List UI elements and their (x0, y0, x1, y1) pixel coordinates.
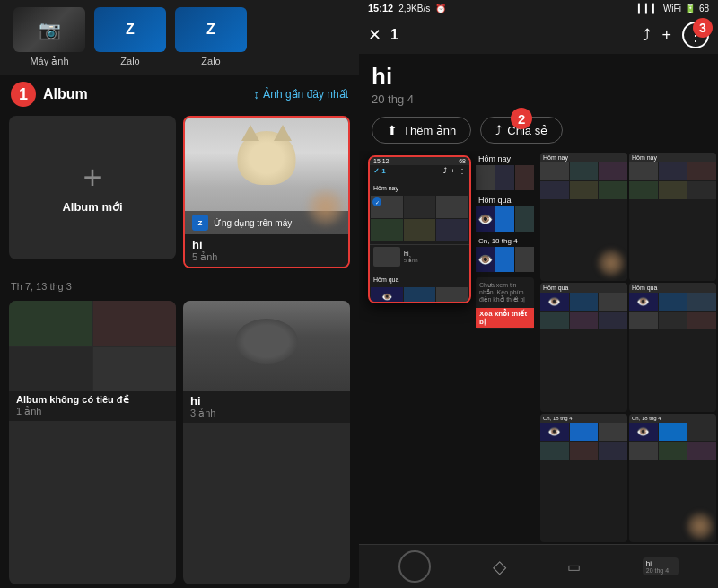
mini-album-row: hi 5 ảnh (370, 244, 469, 268)
app-thumb-zalo2: Z (175, 7, 247, 52)
nav-album-name: hi (646, 559, 675, 567)
chat-content: Chưa xem tin nhắn. Kéo phím điện khởi th… (476, 279, 534, 306)
yesterday-photo-2[interactable] (495, 206, 514, 232)
hi-album-2-info: hi 3 ảnh (183, 391, 350, 423)
mini-battery: 68 (459, 158, 466, 164)
nav-album-date: 20 thg 4 (646, 567, 675, 574)
finger-blur-1 (598, 250, 625, 276)
sc-cell-4 (540, 181, 569, 199)
sc3-cell-4 (540, 312, 569, 329)
photos-area: 15:12 68 ✓ 1 ⤴ + ⋮ Hôm nay ✓ (359, 151, 718, 544)
selection-count: 1 (390, 27, 398, 43)
album-detail-header: ✕ 1 ⤴ + ⋮ 3 (359, 16, 718, 54)
cn18-photo-2[interactable] (495, 247, 514, 272)
mini-time: 15:12 (373, 158, 390, 164)
today-section-header: Hôm nay (476, 153, 534, 165)
mini-photo-8 (436, 287, 468, 303)
overlay-app-icon: Z (192, 215, 208, 231)
cn18-photos: 👁️ (476, 247, 534, 272)
mini-add: + (451, 167, 455, 175)
sc-cell-2 (570, 162, 599, 180)
mini-yesterday-label: Hôm qua (373, 276, 398, 283)
cn18-photo-3[interactable] (515, 247, 534, 272)
mini-photo-6 (436, 219, 468, 241)
app-item-zalo2[interactable]: Z Zalo (171, 7, 251, 67)
sc-yesterday-1: Hôm qua 👁️ (540, 283, 627, 411)
more-button[interactable]: ⋮ 3 (682, 22, 709, 48)
sc-cn18-2: Cn, 18 thg 4 👁️ (629, 414, 716, 542)
sc4-cell-5 (659, 312, 687, 329)
yesterday-photo-3[interactable] (515, 206, 534, 232)
mini-photo-4 (371, 219, 403, 241)
nav-home-icon[interactable]: ◇ (493, 556, 506, 577)
hi-album-2-thumb (183, 301, 350, 391)
bottom-album-unnamed[interactable]: Album không có tiêu đề 1 ảnh (9, 301, 176, 584)
yesterday-photo-1[interactable]: 👁️ (476, 206, 495, 232)
app-thumb-camera: 📷 (13, 7, 85, 52)
add-photo-button[interactable]: ⬆ Thêm ảnh (372, 117, 471, 144)
new-album-card[interactable]: + Album mới (9, 116, 176, 259)
nav-back-button[interactable] (398, 550, 431, 583)
collage-cell-4 (93, 347, 177, 391)
status-icons: ▎▎▎ WiFi 🔋 68 (638, 4, 709, 13)
sc6-cell-6 (687, 442, 716, 460)
sc3-cell-3 (599, 293, 627, 311)
today-photo-1[interactable] (476, 165, 495, 190)
delete-btn[interactable]: Xóa khỏi thiết bị (476, 308, 534, 328)
mini-today-label: Hôm nay (373, 185, 398, 191)
sc2-cell-2 (659, 162, 687, 180)
sort-button[interactable]: ↕ Ảnh gần đây nhất (253, 87, 348, 101)
sc-grid-5: 👁️ (540, 423, 627, 460)
sc-cell-3 (599, 162, 627, 180)
sc4-cell-2 (659, 293, 687, 311)
mini-photo-selected: ✓ (371, 196, 403, 218)
cn18-photo-1[interactable]: 👁️ (476, 247, 495, 272)
today-photo-3[interactable] (515, 165, 534, 190)
app-item-camera[interactable]: 📷 Máy ảnh (9, 7, 90, 67)
close-button[interactable]: ✕ (368, 25, 381, 45)
sc-grid-4: 👁️ (629, 293, 716, 329)
today-photos (476, 165, 534, 190)
sc6-cell-4 (629, 442, 658, 460)
new-album-name: Album mới (62, 200, 122, 214)
sc5-cell-5 (570, 442, 599, 460)
nav-recents-icon[interactable]: ▭ (567, 558, 581, 575)
badge-3: 3 (693, 18, 713, 38)
sc3-cell-5 (570, 312, 599, 329)
nav-info: hi 20 thg 4 (643, 557, 679, 575)
yesterday-section-header: Hôm qua (476, 194, 534, 206)
finger-blur (308, 189, 344, 225)
battery-level: 68 (699, 4, 709, 13)
sc2-cell-3 (687, 162, 716, 180)
add-header-icon[interactable]: + (661, 26, 671, 45)
unnamed-album-count: 1 ảnh (16, 406, 169, 417)
mini-selected-check: ✓ (372, 197, 381, 206)
sc-grid-3: 👁️ (540, 293, 627, 329)
hi-album-info: hi 5 ảnh (185, 234, 348, 267)
share-header-icon[interactable]: ⤴ (643, 26, 651, 45)
bottom-album-hi[interactable]: hi 3 ảnh (183, 301, 350, 584)
sc5-cell-3 (599, 423, 627, 441)
unnamed-album-info: Album không có tiêu đề 1 ảnh (9, 391, 176, 421)
app-item-zalo1[interactable]: Z Zalo (90, 7, 171, 67)
cn18-section-header: Cn, 18 thg 4 (476, 235, 534, 247)
mini-status: 15:12 68 (370, 157, 469, 165)
share-icon: ⤴ (495, 123, 502, 137)
sc-yesterday-label-1: Hôm qua (540, 283, 627, 293)
hi-album-card[interactable]: Z Ứng dụng trên máy hi 5 ảnh (183, 116, 350, 268)
sc6-cell-5 (659, 442, 687, 460)
screenshot-overlay: 15:12 68 ✓ 1 ⤴ + ⋮ Hôm nay ✓ (368, 155, 471, 303)
today-photo-2[interactable] (495, 165, 514, 190)
mini-header: ✓ 1 ⤴ + ⋮ (370, 165, 469, 177)
sc5-cell-2 (570, 423, 599, 441)
yesterday-section: Hôm qua 👁️ (476, 192, 534, 233)
sc-today-label-1: Hôm nay (540, 153, 627, 162)
sc-cell-5 (570, 181, 599, 199)
collage-unnamed (9, 301, 176, 391)
sc4-cell-app: 👁️ (629, 293, 658, 311)
sc-cn18-1: Cn, 18 thg 4 👁️ (540, 414, 627, 542)
signal-icon: ▎▎▎ (638, 4, 660, 13)
hi-album-name: hi (192, 238, 341, 251)
sc6-cell-2 (659, 423, 687, 441)
badge-2: 2 (511, 108, 532, 129)
